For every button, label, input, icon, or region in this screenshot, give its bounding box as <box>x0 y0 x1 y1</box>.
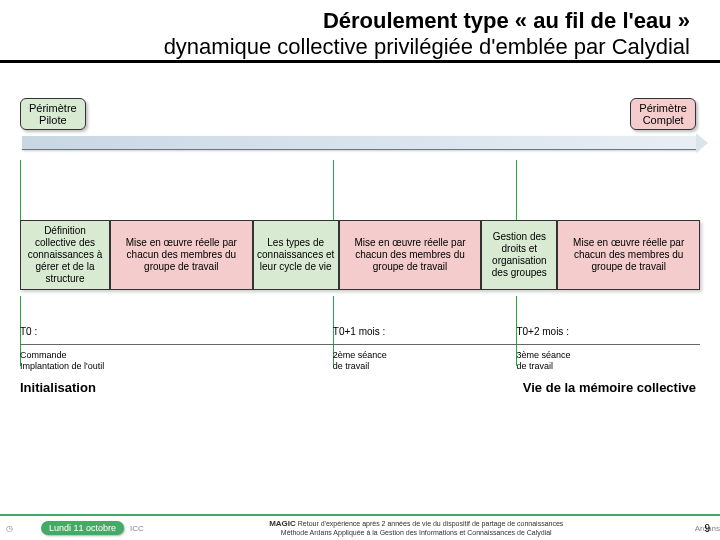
phase-box: Mise en œuvre réelle par chacun des memb… <box>557 220 700 290</box>
phase-strip: Définition collective des connaissances … <box>20 220 700 290</box>
stage-life: Vie de la mémoire collective <box>523 380 696 395</box>
t0-sub: Commande Implantation de l'outil <box>20 350 306 372</box>
page-title: Déroulement type « au fil de l'eau » <box>90 8 690 34</box>
footer-date: Lundi 11 octobre <box>41 521 124 535</box>
t1-label: T0+1 mois : <box>333 326 386 337</box>
time-labels: T0 : T0+1 mois : T0+2 mois : Commande Im… <box>20 296 700 366</box>
stage-row: Initialisation Vie de la mémoire collect… <box>20 380 696 395</box>
phase-box: Définition collective des connaissances … <box>20 220 110 290</box>
scope-pilot-badge: Périmètre Pilote <box>20 98 86 130</box>
phase-box: Mise en œuvre réelle par chacun des memb… <box>339 220 482 290</box>
phase-box: Gestion des droits et organisation des g… <box>481 220 557 290</box>
footer-line2: Méthode Ardans Appliquée à la Gestion de… <box>281 529 552 536</box>
t2-label: T0+2 mois : <box>516 326 569 337</box>
scope-row: Périmètre Pilote Périmètre Complet <box>20 98 696 134</box>
footer: ◷ Lundi 11 octobre ICC MAGIC Retour d'ex… <box>0 514 720 540</box>
logo-icon: ICC <box>130 524 144 533</box>
timeline-arrow <box>22 136 698 150</box>
phase-box: Les types de connaissances et leur cycle… <box>253 220 339 290</box>
page-number: 9 <box>704 523 710 534</box>
footer-line1: Retour d'expérience après 2 années de vi… <box>298 520 564 527</box>
t0-label: T0 : <box>20 326 37 337</box>
t2-sub: 3ème séance de travail <box>516 350 693 372</box>
phase-box: Mise en œuvre réelle par chacun des memb… <box>110 220 253 290</box>
footer-text: MAGIC Retour d'expérience après 2 années… <box>144 520 689 536</box>
scope-full-badge: Périmètre Complet <box>630 98 696 130</box>
footer-mgc: MAGIC <box>269 519 296 528</box>
page-subtitle: dynamique collective privilégiée d'emblé… <box>90 34 690 60</box>
stage-init: Initialisation <box>20 380 96 395</box>
clock-icon: ◷ <box>6 524 13 533</box>
t1-sub: 2ème séance de travail <box>333 350 496 372</box>
